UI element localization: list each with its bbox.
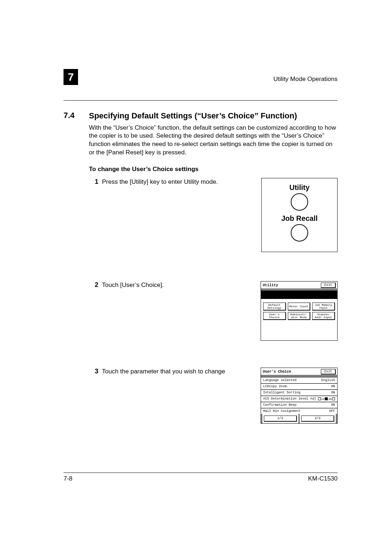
list-item[interactable]: ACS Determination level Adjust. 1245 xyxy=(261,396,337,402)
meter-count-button[interactable]: Meter Count xyxy=(288,303,311,311)
step-number: 1 xyxy=(89,178,102,186)
list-item[interactable]: Language selected English xyxy=(261,377,337,384)
step-text: Touch [User’s Choice]. xyxy=(102,281,261,289)
section-number: 7.4 xyxy=(64,111,89,120)
default-settings-button[interactable]: Default Settings xyxy=(263,303,286,311)
page-number: 7-8 xyxy=(64,475,73,482)
panel-title: Utility xyxy=(263,283,278,287)
running-title: Utility Mode Operations xyxy=(273,76,338,85)
param-name: Confirmation Beep xyxy=(263,403,297,407)
figure-utility-keys: Utility Job Recall xyxy=(261,178,338,252)
param-name: Language selected xyxy=(263,378,297,382)
step-text: Touch the parameter that you wish to cha… xyxy=(102,368,261,376)
administrator-mode-button[interactable]: Administr-ator Mode xyxy=(288,312,311,320)
intro-paragraph: With the “User’s Choice” function, the d… xyxy=(89,124,338,157)
param-name: Mail Bin Assignment xyxy=(263,409,301,413)
key-label-job-recall: Job Recall xyxy=(262,214,337,223)
job-recall-key-icon xyxy=(291,224,308,242)
scanner-addr-input-button[interactable]: Scanner Addr.Input xyxy=(312,312,335,320)
param-value: 1245 xyxy=(316,397,335,401)
exit-button[interactable]: Exit xyxy=(321,369,336,374)
list-item[interactable]: Intelligent Sorting ON xyxy=(261,390,337,396)
figure-utility-panel: Utility Exit Default Settings Meter Coun… xyxy=(261,281,338,341)
users-choice-button[interactable]: User's Choice xyxy=(263,312,286,320)
param-value: ON xyxy=(329,403,335,407)
param-name: Intelligent Sorting xyxy=(263,391,301,394)
panel-black-strip xyxy=(261,291,337,299)
param-value: OFF xyxy=(327,409,335,413)
param-value: ON xyxy=(329,391,335,394)
figure-users-choice-panel: User's Choice Exit Language selected Eng… xyxy=(261,368,338,424)
list-item[interactable]: Mail Bin Assignment OFF xyxy=(261,408,337,414)
step-number: 2 xyxy=(89,281,102,289)
model-number: KM-C1530 xyxy=(308,475,338,482)
list-item[interactable]: Confirmation Beep ON xyxy=(261,402,337,408)
step-text: Press the [Utility] key to enter Utility… xyxy=(102,178,261,186)
panel-title: User's Choice xyxy=(263,370,291,374)
utility-key-icon xyxy=(291,193,308,211)
param-name: LCDcopy Zoom. xyxy=(263,385,289,388)
section-title: Specifying Default Settings (“User’s Cho… xyxy=(89,111,297,121)
exit-button[interactable]: Exit xyxy=(321,283,336,288)
page-2-button[interactable]: 2/2 xyxy=(301,416,334,422)
param-value: English xyxy=(319,378,335,382)
step-number: 3 xyxy=(89,368,102,375)
page-1-button[interactable]: 1/2 xyxy=(264,416,297,422)
param-value: ON xyxy=(329,385,335,388)
chapter-number-badge: 7 xyxy=(64,69,78,85)
param-name: ACS Determination level Adjust. xyxy=(263,397,316,401)
procedure-heading: To change the User’s Choice settings xyxy=(89,166,338,173)
key-label-utility: Utility xyxy=(262,183,337,192)
job-memory-input-button[interactable]: Job Memory Input xyxy=(312,303,335,311)
list-item[interactable]: LCDcopy Zoom. ON xyxy=(261,384,337,390)
